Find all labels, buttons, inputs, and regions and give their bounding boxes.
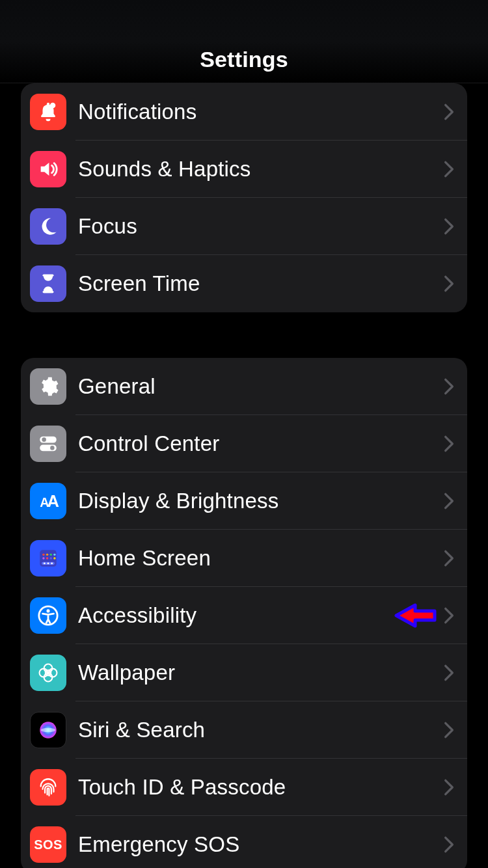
svg-point-11 bbox=[46, 554, 48, 556]
row-label: Display & Brightness bbox=[78, 489, 439, 513]
row-label: Emergency SOS bbox=[78, 832, 439, 857]
svg-point-16 bbox=[50, 557, 52, 559]
chevron-right-icon bbox=[444, 492, 454, 510]
row-display-brightness[interactable]: AA Display & Brightness bbox=[21, 472, 467, 530]
row-label: Focus bbox=[78, 214, 439, 239]
screen-time-icon bbox=[30, 265, 66, 302]
svg-point-21 bbox=[51, 562, 53, 564]
svg-point-19 bbox=[44, 562, 46, 564]
chevron-right-icon bbox=[444, 778, 454, 796]
chevron-right-icon bbox=[444, 549, 454, 567]
accessibility-icon bbox=[30, 597, 66, 634]
chevron-right-icon bbox=[444, 435, 454, 453]
svg-point-28 bbox=[49, 669, 57, 677]
row-home-screen[interactable]: Home Screen bbox=[21, 530, 467, 587]
svg-point-27 bbox=[40, 669, 48, 677]
row-label: Notifications bbox=[78, 100, 439, 124]
sos-text: SOS bbox=[34, 837, 62, 852]
chevron-right-icon bbox=[444, 835, 454, 854]
svg-point-25 bbox=[44, 664, 53, 673]
annotation-arrow bbox=[393, 601, 439, 630]
sounds-icon bbox=[30, 151, 66, 187]
row-accessibility[interactable]: Accessibility bbox=[21, 587, 467, 644]
svg-point-13 bbox=[53, 554, 55, 556]
row-sounds-haptics[interactable]: Sounds & Haptics bbox=[21, 141, 467, 198]
chevron-right-icon bbox=[444, 103, 454, 121]
row-wallpaper[interactable]: Wallpaper bbox=[21, 644, 467, 701]
row-label: Sounds & Haptics bbox=[78, 157, 439, 182]
chevron-right-icon bbox=[444, 160, 454, 178]
home-screen-icon bbox=[30, 540, 66, 576]
row-label: Wallpaper bbox=[78, 660, 439, 685]
svg-point-0 bbox=[50, 103, 56, 109]
svg-point-17 bbox=[53, 557, 55, 559]
row-label: Screen Time bbox=[78, 271, 439, 296]
svg-point-26 bbox=[44, 673, 53, 682]
row-label: Siri & Search bbox=[78, 718, 439, 742]
svg-point-14 bbox=[42, 557, 44, 559]
row-notifications[interactable]: Notifications bbox=[21, 83, 467, 141]
control-center-icon bbox=[30, 426, 66, 462]
chevron-right-icon bbox=[444, 377, 454, 396]
display-brightness-icon: AA bbox=[30, 483, 66, 519]
svg-point-4 bbox=[42, 437, 46, 442]
svg-text:A: A bbox=[47, 492, 59, 510]
svg-rect-1 bbox=[43, 275, 54, 277]
row-touch-id-passcode[interactable]: Touch ID & Passcode bbox=[21, 759, 467, 816]
row-label: General bbox=[78, 374, 439, 399]
row-label: Accessibility bbox=[78, 603, 383, 628]
chevron-right-icon bbox=[444, 721, 454, 739]
row-siri-search[interactable]: Siri & Search bbox=[21, 701, 467, 759]
emergency-sos-icon: SOS bbox=[30, 826, 66, 863]
svg-point-30 bbox=[41, 728, 56, 733]
svg-rect-2 bbox=[43, 291, 54, 293]
notifications-icon bbox=[30, 94, 66, 130]
chevron-right-icon bbox=[444, 275, 454, 293]
chevron-right-icon bbox=[444, 664, 454, 682]
svg-point-15 bbox=[46, 557, 48, 559]
touch-id-icon bbox=[30, 769, 66, 806]
row-emergency-sos[interactable]: SOS Emergency SOS bbox=[21, 816, 467, 868]
header: Settings bbox=[0, 0, 488, 83]
page-title: Settings bbox=[200, 47, 288, 72]
svg-point-10 bbox=[42, 554, 44, 556]
row-focus[interactable]: Focus bbox=[21, 198, 467, 255]
row-label: Control Center bbox=[78, 431, 439, 456]
row-general[interactable]: General bbox=[21, 358, 467, 415]
svg-point-23 bbox=[46, 609, 49, 612]
siri-icon bbox=[30, 712, 66, 748]
svg-point-12 bbox=[50, 554, 52, 556]
settings-group-2: General Control Center AA Display & Brig… bbox=[21, 358, 467, 868]
settings-group-1: Notifications Sounds & Haptics Focus Scr… bbox=[21, 83, 467, 312]
svg-point-6 bbox=[50, 446, 55, 450]
row-control-center[interactable]: Control Center bbox=[21, 415, 467, 472]
row-label: Touch ID & Passcode bbox=[78, 775, 439, 800]
row-screen-time[interactable]: Screen Time bbox=[21, 255, 467, 312]
svg-point-20 bbox=[47, 562, 49, 564]
chevron-right-icon bbox=[444, 217, 454, 236]
general-icon bbox=[30, 368, 66, 405]
focus-icon bbox=[30, 208, 66, 245]
chevron-right-icon bbox=[444, 606, 454, 625]
row-label: Home Screen bbox=[78, 546, 439, 571]
wallpaper-icon bbox=[30, 655, 66, 691]
